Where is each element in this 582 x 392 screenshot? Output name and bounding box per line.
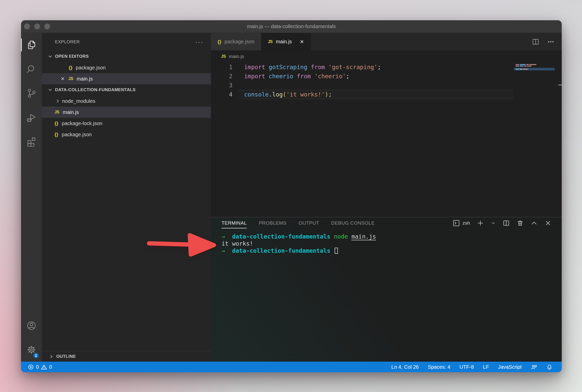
close-icon[interactable]: ✕ (61, 76, 65, 81)
shell-selector[interactable]: zsh (453, 220, 470, 227)
tab-mainjs[interactable]: JS main.js ✕ (261, 33, 311, 50)
json-file-icon: {} (54, 121, 58, 126)
tree-item-packagejson[interactable]: {} package.json (42, 129, 211, 140)
chevron-right-icon (49, 355, 53, 359)
activity-bar: 1 (21, 33, 42, 362)
encoding-status[interactable]: UTF-8 (460, 364, 474, 370)
new-terminal-icon[interactable] (477, 220, 484, 227)
close-tab-icon[interactable]: ✕ (300, 39, 304, 45)
js-file-icon: JS (68, 76, 73, 81)
chevron-down-icon[interactable] (491, 221, 496, 226)
chevron-down-icon (48, 54, 52, 58)
minimap[interactable] (514, 64, 555, 70)
explorer-sidebar: EXPLORER ··· OPEN EDITORS {} package.jso… (42, 33, 211, 362)
warning-icon (41, 364, 47, 370)
line-number: 2 (211, 72, 232, 81)
run-debug-icon (26, 112, 37, 123)
tree-item-package-lock[interactable]: {} package-lock.json (42, 118, 211, 129)
bell-icon[interactable] (546, 364, 553, 370)
js-file-icon: JS (54, 110, 59, 114)
open-editor-item-packagejson[interactable]: {} package.json (42, 62, 211, 73)
editor-group: {} package.json JS main.js ✕ JS (211, 33, 562, 362)
tab-output[interactable]: OUTPUT (299, 218, 319, 228)
feedback-icon[interactable] (531, 364, 537, 370)
workspace-section-header[interactable]: DATA-COLLECTION-FUNDAMENTALS (42, 84, 211, 95)
split-editor-icon[interactable] (532, 38, 539, 46)
tab-debug-console[interactable]: DEBUG CONSOLE (331, 218, 375, 228)
terminal-icon (453, 220, 460, 227)
json-file-icon: {} (217, 39, 221, 45)
outline-section-header[interactable]: OUTLINE (42, 351, 211, 362)
code-editor[interactable]: 1import gotScraping from 'got-scraping';… (211, 63, 562, 217)
tab-problems[interactable]: PROBLEMS (259, 218, 286, 228)
problems-status[interactable]: 0 0 (28, 364, 52, 370)
terminal-line: it works! (222, 240, 562, 247)
terminal-line: → data-collection-fundamentals (222, 247, 562, 254)
terminal-output[interactable]: → data-collection-fundamentals node main… (211, 229, 562, 254)
tab-packagejson[interactable]: {} package.json (211, 33, 261, 50)
source-control-activity-button[interactable] (21, 81, 42, 105)
extensions-icon (26, 136, 37, 147)
open-editor-item-mainjs[interactable]: ✕ JS main.js (42, 73, 211, 84)
window-title: main.js — data-collection-fundamentals (247, 24, 336, 29)
chevron-right-icon (56, 99, 60, 103)
code-line-1[interactable]: 1import gotScraping from 'got-scraping'; (211, 63, 562, 72)
json-file-icon: {} (69, 65, 72, 70)
code-line-3[interactable]: 3 (211, 81, 562, 90)
window-controls (24, 20, 50, 33)
tab-bar: {} package.json JS main.js ✕ (211, 33, 562, 50)
js-file-icon: JS (268, 40, 273, 44)
eol-status[interactable]: LF (483, 364, 489, 370)
error-icon (28, 364, 34, 370)
line-number: 3 (211, 81, 232, 90)
account-button[interactable] (21, 313, 42, 338)
run-debug-activity-button[interactable] (21, 105, 42, 129)
tab-terminal[interactable]: TERMINAL (222, 218, 247, 228)
trash-icon[interactable] (517, 220, 524, 227)
chevron-up-icon[interactable] (531, 220, 538, 227)
tree-item-node-modules[interactable]: node_modules (42, 95, 211, 107)
vscode-window: main.js — data-collection-fundamentals (21, 20, 562, 372)
open-editors-section-header[interactable]: OPEN EDITORS (42, 51, 211, 62)
extensions-activity-button[interactable] (21, 129, 42, 153)
more-actions-icon[interactable] (547, 38, 555, 46)
settings-badge: 1 (33, 352, 39, 359)
line-number: 1 (211, 63, 232, 72)
terminal-cursor (335, 248, 338, 254)
json-file-icon: {} (54, 132, 58, 137)
language-mode-status[interactable]: JavaScript (498, 364, 522, 370)
indentation-status[interactable]: Spaces: 4 (428, 364, 450, 370)
tree-item-mainjs[interactable]: JS main.js (42, 107, 211, 118)
minimize-window-button[interactable] (34, 24, 40, 29)
sidebar-more-actions-button[interactable]: ··· (195, 41, 203, 43)
search-icon (26, 64, 37, 74)
close-window-button[interactable] (24, 24, 30, 29)
panel-header: TERMINAL PROBLEMS OUTPUT DEBUG CONSOLE z… (211, 217, 562, 229)
sidebar-title: EXPLORER (55, 40, 80, 45)
zoom-window-button[interactable] (44, 24, 50, 29)
settings-button[interactable]: 1 (21, 338, 42, 362)
chevron-down-icon (48, 88, 52, 92)
explorer-activity-button[interactable] (21, 33, 42, 57)
close-panel-icon[interactable] (544, 220, 552, 227)
titlebar: main.js — data-collection-fundamentals (21, 20, 562, 33)
code-line-2[interactable]: 2import cheerio from 'cheerio'; (211, 72, 562, 81)
breadcrumb[interactable]: JS main.js (211, 50, 562, 63)
code-line-4[interactable]: 4console.log('it works!'); (211, 90, 562, 99)
search-activity-button[interactable] (21, 57, 42, 81)
code-lines: 1import gotScraping from 'got-scraping';… (211, 63, 562, 99)
account-icon (26, 320, 37, 331)
terminal-line: → data-collection-fundamentals node main… (222, 233, 562, 240)
status-bar: 0 0 Ln 4, Col 26 Spaces: 4 UTF-8 LF Java… (21, 362, 562, 372)
files-icon (26, 40, 37, 50)
desktop-background: main.js — data-collection-fundamentals (0, 0, 582, 392)
line-number: 4 (211, 90, 232, 99)
overview-ruler-marker (558, 84, 562, 86)
split-terminal-icon[interactable] (503, 220, 510, 227)
source-control-icon (26, 88, 37, 99)
cursor-position-status[interactable]: Ln 4, Col 26 (391, 364, 419, 370)
terminal-panel: TERMINAL PROBLEMS OUTPUT DEBUG CONSOLE z… (211, 217, 562, 362)
js-file-icon: JS (221, 54, 226, 59)
